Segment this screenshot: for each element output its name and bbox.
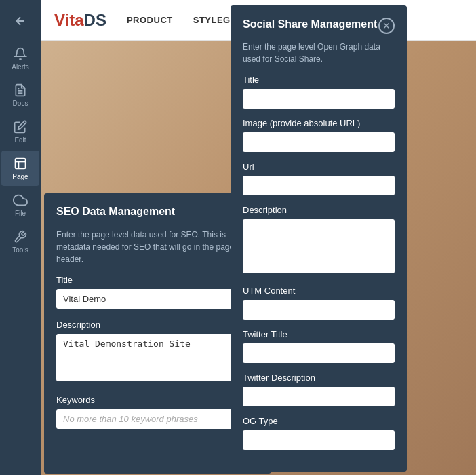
social-panel: Social Share Management ✕ Enter the page…: [231, 5, 407, 472]
social-title-label: Title: [243, 75, 395, 85]
logo-vita: Vita: [54, 11, 84, 29]
social-og-type-label: OG Type: [243, 416, 395, 426]
social-og-type-group: OG Type: [243, 416, 395, 457]
seo-keywords-input[interactable]: [56, 409, 259, 429]
social-panel-header: Social Share Management ✕: [243, 18, 395, 34]
sidebar-item-back[interactable]: [1, 8, 39, 34]
wrench-icon: [13, 229, 28, 244]
sidebar-page-label: Page: [12, 173, 28, 180]
nav-product[interactable]: PRODUCT: [127, 15, 173, 25]
pencil-icon: [13, 119, 28, 134]
social-url-label: Url: [243, 162, 395, 172]
social-utm-group: UTM Content: [243, 286, 395, 326]
social-twitter-title-input[interactable]: [243, 343, 395, 363]
social-description-label: Description: [243, 205, 395, 215]
cloud-icon: [13, 193, 28, 208]
social-panel-description: Enter the page level Open Graph data use…: [243, 41, 395, 65]
seo-title-label: Title: [56, 275, 259, 285]
sidebar-tools-label: Tools: [12, 246, 28, 254]
logo-ds: DS: [84, 11, 106, 29]
sidebar-item-docs[interactable]: Docs: [1, 77, 39, 113]
arrow-left-icon: [13, 14, 28, 28]
social-twitter-title-group: Twitter Title: [243, 329, 395, 370]
svg-rect-2: [16, 159, 26, 169]
social-title-input[interactable]: [243, 89, 395, 109]
seo-panel-title: SEO Data Management: [56, 206, 175, 218]
seo-keywords-group: Keywords: [56, 395, 259, 437]
sidebar-edit-label: Edit: [14, 136, 26, 144]
logo: VitaDS: [54, 11, 106, 30]
sidebar-docs-label: Docs: [13, 100, 28, 107]
page-icon: [13, 156, 28, 171]
seo-title-input[interactable]: [56, 289, 259, 309]
social-url-group: Url: [243, 162, 395, 202]
sidebar-item-file[interactable]: File: [1, 187, 39, 223]
seo-keywords-label: Keywords: [56, 395, 259, 405]
social-twitter-description-input[interactable]: [243, 387, 395, 406]
sidebar-item-tools[interactable]: Tools: [1, 224, 39, 259]
sidebar-file-label: File: [15, 210, 26, 217]
social-description-input[interactable]: [243, 219, 395, 273]
social-image-label: Image (provide absolute URL): [243, 118, 395, 128]
seo-description-input[interactable]: [56, 334, 259, 381]
sidebar-item-alerts[interactable]: Alerts: [1, 41, 39, 76]
social-twitter-title-label: Twitter Title: [243, 329, 395, 339]
sidebar-item-edit[interactable]: Edit: [1, 114, 39, 149]
seo-panel-footer: [56, 440, 259, 461]
seo-title-group: Title: [56, 275, 259, 317]
social-image-group: Image (provide absolute URL): [243, 118, 395, 159]
sidebar-alerts-label: Alerts: [12, 63, 29, 71]
social-description-group: Description: [243, 205, 395, 283]
social-og-type-input[interactable]: [243, 430, 395, 450]
social-twitter-description-label: Twitter Description: [243, 373, 395, 383]
seo-description-label: Description: [56, 320, 259, 330]
social-title-group: Title: [243, 75, 395, 115]
social-utm-input[interactable]: [243, 300, 395, 320]
social-url-input[interactable]: [243, 176, 395, 195]
seo-panel-description: Enter the page level data used for SEO. …: [56, 229, 259, 265]
bell-icon: [13, 46, 28, 61]
seo-panel-header: SEO Data Management ✕: [56, 206, 259, 222]
social-image-input[interactable]: [243, 132, 395, 152]
social-utm-label: UTM Content: [243, 286, 395, 296]
document-icon: [13, 83, 28, 98]
social-close-button[interactable]: ✕: [378, 18, 395, 34]
sidebar-item-page[interactable]: Page: [1, 151, 39, 186]
sidebar: Alerts Docs Edit: [0, 0, 41, 475]
seo-description-group: Description: [56, 320, 259, 392]
social-twitter-description-group: Twitter Description: [243, 373, 395, 413]
social-panel-title: Social Share Management: [243, 18, 377, 32]
